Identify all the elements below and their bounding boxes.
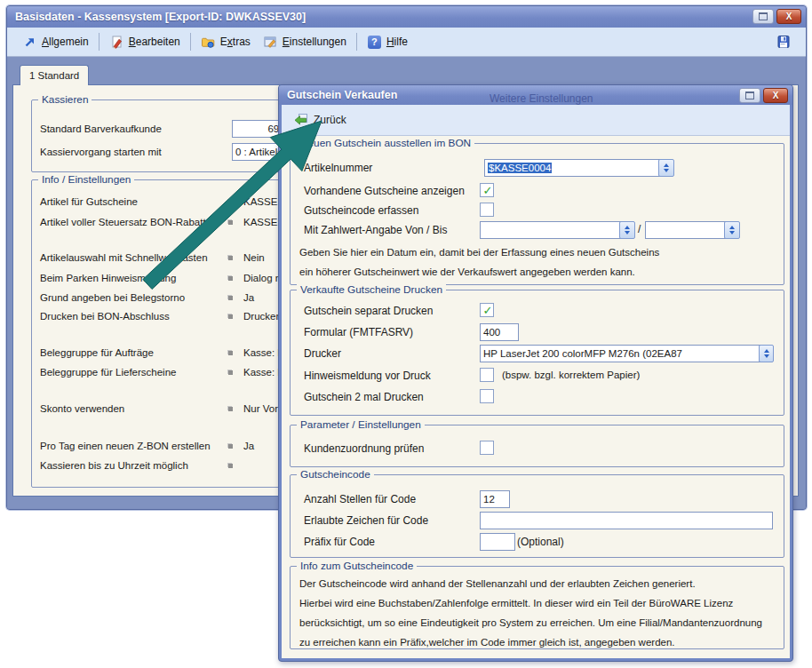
menu-item-extras[interactable]: Extras <box>195 35 257 50</box>
drucker-spinner[interactable] <box>759 345 774 362</box>
zahlwert-von-spinner[interactable] <box>619 221 635 239</box>
group-title: Parameter / Einstellungen <box>297 418 425 431</box>
separat-drucken-label: Gutschein separat Drucken <box>304 305 433 317</box>
close-icon: X <box>786 12 792 21</box>
zahlwert-hint-line1: Geben Sie hier ein Datum ein, damit bei … <box>299 247 659 258</box>
toolbar-separator <box>99 33 100 51</box>
settings-window-icon <box>263 35 278 50</box>
vorhandene-label: Vorhandene Gutscheine anzeigen <box>304 185 465 197</box>
anzahl-stellen-label: Anzahl Stellen für Code <box>304 493 416 505</box>
dialog-titlebar[interactable]: Gutschein Verkaufen Weitere Einstellunge… <box>279 85 792 105</box>
menu-item-label: Hilfe <box>386 36 408 48</box>
praefix-label: Präfix für Code <box>304 536 375 548</box>
hinweismeldung-checkbox[interactable] <box>480 368 494 382</box>
menu-item-label: Bearbeiten <box>129 36 180 48</box>
tab-standard[interactable]: 1 Standard <box>20 65 89 85</box>
bullet-icon <box>228 256 233 260</box>
zahlwert-von-field[interactable] <box>480 221 625 239</box>
group-title: Verkaufte Gutscheine Drucken <box>297 283 446 296</box>
restore-button[interactable] <box>752 9 774 24</box>
kundenzuordnung-checkbox[interactable] <box>480 441 494 455</box>
code-info-line4: zu erreichen kann ein Präfix,welcher im … <box>299 637 675 648</box>
praefix-field[interactable] <box>480 533 515 551</box>
drucker-field[interactable]: HP LaserJet 200 colorMFP M276n (02EA87 <box>480 345 760 362</box>
dialog-body: Zurück Neuen Gutschein ausstellen im BON… <box>282 105 790 658</box>
dialog-close-button[interactable]: X <box>763 88 788 103</box>
vorhandene-checkbox[interactable]: ✓ <box>480 183 494 197</box>
menu-item-allgemein[interactable]: Allgemein <box>16 35 95 50</box>
back-button-label: Zurück <box>314 114 346 126</box>
menu-item-einstellungen[interactable]: Einstellungen <box>257 35 353 50</box>
separat-drucken-checkbox[interactable]: ✓ <box>480 303 494 317</box>
bullet-icon <box>228 314 233 319</box>
hinweismeldung-label: Hinweismeldung vor Druck <box>304 370 431 382</box>
artikelnummer-field[interactable]: $KASSE0004 <box>484 159 664 177</box>
dialog-toolbar: Zurück <box>282 105 790 136</box>
arrow-ne-icon <box>22 35 37 50</box>
group-parameter: Parameter / Einstellungen Kundenzuordnun… <box>290 425 784 467</box>
toolbar-separator <box>356 33 357 51</box>
main-window-controls: X <box>752 9 801 24</box>
edit-pen-icon <box>109 35 124 50</box>
zahlwert-bis-spinner[interactable] <box>724 221 740 239</box>
zweimal-drucken-checkbox[interactable] <box>480 389 494 403</box>
main-window-title: Basisdaten - Kassensystem [Export-ID: DW… <box>15 11 306 23</box>
anzahl-stellen-field[interactable]: 12 <box>480 490 510 508</box>
menu-item-label: Extras <box>220 36 251 48</box>
bullet-icon <box>228 296 233 300</box>
menu-item-label: Einstellungen <box>283 36 346 48</box>
zahlwert-bis-field[interactable] <box>645 221 730 239</box>
bullet-icon <box>228 464 233 468</box>
menu-item-bearbeiten[interactable]: Bearbeiten <box>103 35 187 50</box>
dialog-window-controls: X <box>739 88 788 103</box>
group-info-gutscheincode: Info zum Gutscheincode Der Gutscheincode… <box>290 566 784 649</box>
back-button[interactable]: Zurück <box>293 113 346 128</box>
dialog-title: Gutschein Verkaufen <box>287 89 397 101</box>
back-arrow-icon <box>293 113 308 128</box>
restore-icon <box>745 91 754 99</box>
close-icon: X <box>773 91 779 100</box>
erlaubte-zeichen-field[interactable] <box>480 512 773 529</box>
bullet-icon <box>228 200 233 204</box>
group-gutscheincode: Gutscheincode Anzahl Stellen für Code 12… <box>290 474 784 558</box>
artikelnummer-label: Artikelnummer <box>304 162 372 174</box>
code-erfassen-label: Gutscheincode erfassen <box>304 204 418 217</box>
kassiervorgang-label: Kassiervorgang starten mit <box>40 147 162 157</box>
drucker-label: Drucker <box>304 347 341 360</box>
zahlwert-slash: / <box>638 223 641 235</box>
bullet-icon <box>228 370 233 375</box>
group-title: Neuen Gutschein ausstellen im BON <box>297 137 474 149</box>
folder-icon <box>201 35 216 50</box>
check-icon: ✓ <box>483 306 493 316</box>
ghost-text-weitere-einstellungen: Weitere Einstellungen <box>490 92 593 105</box>
dialog-restore-button[interactable] <box>739 88 760 103</box>
check-icon: ✓ <box>483 186 493 196</box>
menu-item-label: Allgemein <box>42 36 89 48</box>
main-titlebar[interactable]: Basisdaten - Kassensystem [Export-ID: DW… <box>7 6 806 28</box>
formular-field[interactable]: 400 <box>480 323 519 341</box>
save-button[interactable] <box>769 35 797 50</box>
restore-icon <box>759 12 768 20</box>
dialog-gutschein-verkaufen: Gutschein Verkaufen Weitere Einstellunge… <box>278 84 793 662</box>
code-info-line1: Der Gutscheincode wird anhand der Stelle… <box>299 578 696 589</box>
erlaubte-zeichen-label: Erlaubte Zeichen für Code <box>304 514 428 527</box>
code-erfassen-checkbox[interactable] <box>480 203 494 217</box>
menu-item-hilfe[interactable]: ? Hilfe <box>361 35 414 50</box>
praefix-optional-note: (Optional) <box>517 536 564 548</box>
bullet-icon <box>228 407 233 411</box>
toolbar-separator <box>190 33 191 51</box>
bullet-icon <box>228 220 233 225</box>
close-button[interactable]: X <box>776 9 801 24</box>
help-icon: ? <box>367 35 382 50</box>
group-title: Info / Einstellungen <box>38 173 134 186</box>
zahlwert-hint-line2: ein höherer Gutscheinwert wie der Verkau… <box>299 266 635 277</box>
group-title: Kassieren <box>38 93 92 106</box>
group-neuer-gutschein: Neuen Gutschein ausstellen im BON Artike… <box>290 143 784 285</box>
bullet-icon <box>228 276 233 281</box>
kundenzuordnung-label: Kundenzuordnung prüfen <box>304 442 424 455</box>
screen: Basisdaten - Kassensystem [Export-ID: DW… <box>0 0 812 668</box>
menu-bar: Allgemein Bearbeiten Extras Einst <box>7 28 806 57</box>
group-title: Gutscheincode <box>297 468 374 481</box>
zahlwert-label: Mit Zahlwert-Angabe Von / Bis <box>304 224 447 236</box>
artikelnummer-spinner[interactable] <box>658 159 674 177</box>
